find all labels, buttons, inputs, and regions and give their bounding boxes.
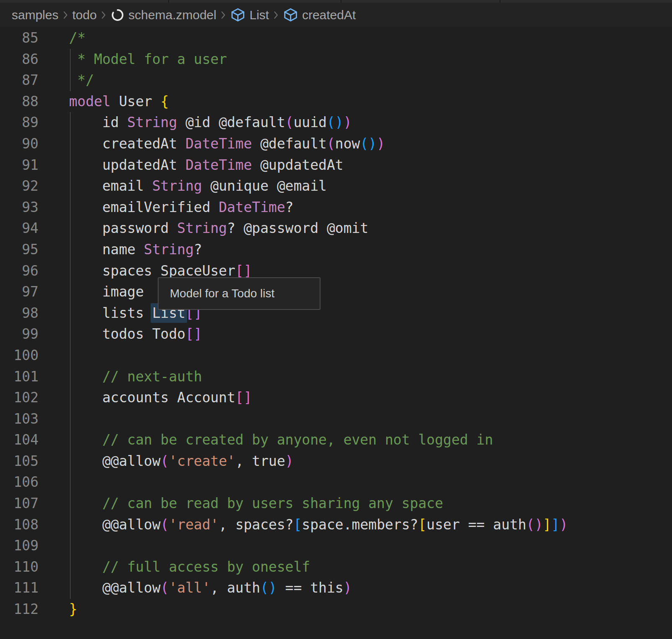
- code-token: , spaces?: [219, 516, 294, 533]
- code-line: 95 name String?: [0, 239, 672, 261]
- line-number[interactable]: 87: [0, 70, 38, 91]
- line-number[interactable]: 111: [0, 578, 38, 599]
- code-text[interactable]: image: [69, 281, 144, 303]
- code-text[interactable]: model User {: [69, 91, 169, 112]
- code-text[interactable]: email String @unique @email: [69, 176, 327, 197]
- line-number[interactable]: 86: [0, 49, 38, 70]
- breadcrumb-item-todo[interactable]: todo: [72, 8, 97, 22]
- code-token: 'all': [169, 580, 210, 596]
- code-text[interactable]: /*: [69, 28, 86, 49]
- code-token: ?: [194, 241, 202, 258]
- code-line: 110 // full access by oneself: [0, 557, 672, 578]
- line-number[interactable]: 102: [0, 387, 38, 409]
- code-token: ? @password @omit: [227, 220, 369, 236]
- breadcrumb-label: createdAt: [302, 8, 356, 22]
- loading-spinner-icon: [110, 8, 125, 22]
- code-text[interactable]: createdAt DateTime @default(now()): [69, 133, 385, 155]
- code-line: 90 createdAt DateTime @default(now()): [0, 133, 672, 155]
- code-token: ): [377, 135, 385, 152]
- line-number[interactable]: 91: [0, 155, 38, 176]
- code-line: 109: [0, 535, 672, 557]
- code-line: 88model User {: [0, 91, 672, 112]
- code-text[interactable]: todos Todo[]: [69, 324, 202, 345]
- code-text[interactable]: @@allow('read', spaces?[space.members?[u…: [69, 514, 568, 536]
- code-line: 94 password String? @password @omit: [0, 218, 672, 239]
- code-text[interactable]: updatedAt DateTime @updatedAt: [69, 155, 344, 176]
- line-number[interactable]: 94: [0, 218, 38, 239]
- line-number[interactable]: 103: [0, 409, 38, 430]
- line-number[interactable]: 112: [0, 599, 38, 620]
- code-token: @unique @email: [202, 178, 327, 194]
- code-token: (): [526, 516, 543, 533]
- breadcrumb-item-list[interactable]: List: [230, 7, 269, 23]
- editor-window: samplestodoschema.zmodelListcreatedAt 85…: [0, 0, 672, 639]
- hover-tooltip-text: Model for a Todo list: [170, 287, 274, 300]
- code-text[interactable]: // can be read by users sharing any spac…: [69, 493, 443, 514]
- breadcrumb-item-createdat[interactable]: createdAt: [283, 7, 356, 23]
- code-line: 97 image: [0, 281, 672, 303]
- code-token: @default: [252, 135, 327, 152]
- code-token: (: [161, 516, 169, 533]
- breadcrumb-item-schema.zmodel[interactable]: schema.zmodel: [110, 8, 216, 22]
- line-number[interactable]: 97: [0, 281, 38, 303]
- line-number[interactable]: 106: [0, 472, 38, 493]
- line-number[interactable]: 88: [0, 91, 38, 112]
- code-token: , true: [235, 453, 285, 469]
- code-text[interactable]: */: [69, 70, 94, 91]
- line-number[interactable]: 110: [0, 557, 38, 578]
- line-number[interactable]: 90: [0, 133, 38, 155]
- code-token: updatedAt: [69, 157, 185, 173]
- code-token: user == auth: [426, 516, 526, 533]
- code-token: ]: [543, 516, 551, 533]
- code-text[interactable]: id String @id @default(uuid()): [69, 112, 352, 133]
- line-number[interactable]: 89: [0, 112, 38, 133]
- code-line: 108 @@allow('read', spaces?[space.member…: [0, 514, 672, 536]
- editor[interactable]: 85/*86 * Model for a user87 */88model Us…: [0, 27, 672, 620]
- code-text[interactable]: password String? @password @omit: [69, 218, 368, 239]
- code-token: 'read': [169, 516, 218, 533]
- code-line: 99 todos Todo[]: [0, 324, 672, 345]
- code-token: DateTime: [185, 157, 252, 173]
- line-number[interactable]: 101: [0, 366, 38, 388]
- line-number[interactable]: 107: [0, 493, 38, 514]
- breadcrumb-item-samples[interactable]: samples: [12, 8, 59, 22]
- code-line: 86 * Model for a user: [0, 49, 672, 70]
- line-number[interactable]: 108: [0, 514, 38, 536]
- code-token: String: [127, 114, 177, 130]
- code-line: 102 accounts Account[]: [0, 387, 672, 409]
- code-text[interactable]: accounts Account[]: [69, 387, 252, 409]
- code-text[interactable]: * Model for a user: [69, 49, 227, 70]
- line-number[interactable]: 109: [0, 535, 38, 557]
- code-token: (: [285, 114, 294, 130]
- code-text[interactable]: // next-auth: [69, 366, 202, 388]
- code-token: /*: [69, 30, 86, 46]
- breadcrumb-label: List: [249, 8, 269, 22]
- line-number[interactable]: 104: [0, 429, 38, 451]
- line-number[interactable]: 95: [0, 239, 38, 261]
- line-number[interactable]: 96: [0, 261, 38, 282]
- code-line: 107 // can be read by users sharing any …: [0, 493, 672, 514]
- line-number[interactable]: 98: [0, 303, 38, 324]
- line-number[interactable]: 99: [0, 324, 38, 345]
- code-line: 87 */: [0, 70, 672, 91]
- line-number[interactable]: 92: [0, 176, 38, 197]
- code-token: name: [69, 241, 144, 258]
- code-text[interactable]: emailVerified DateTime?: [69, 197, 293, 218]
- code-token: DateTime: [185, 135, 252, 152]
- code-line: 104 // can be created by anyone, even no…: [0, 429, 672, 451]
- line-number[interactable]: 93: [0, 197, 38, 218]
- code-token: [: [418, 516, 426, 533]
- code-token: createdAt: [69, 135, 185, 152]
- code-text[interactable]: // full access by oneself: [69, 557, 310, 578]
- code-text[interactable]: // can be created by anyone, even not lo…: [69, 429, 493, 451]
- breadcrumb-label: schema.zmodel: [128, 8, 216, 22]
- line-number[interactable]: 100: [0, 345, 38, 366]
- code-token: }: [69, 601, 77, 617]
- line-number[interactable]: 85: [0, 28, 38, 49]
- code-text[interactable]: @@allow('create', true): [69, 451, 293, 472]
- line-number[interactable]: 105: [0, 451, 38, 472]
- code-text[interactable]: @@allow('all', auth() == this): [69, 578, 352, 599]
- code-text[interactable]: name String?: [69, 239, 202, 261]
- code-text[interactable]: }: [69, 599, 77, 620]
- breadcrumb-label: samples: [12, 8, 59, 22]
